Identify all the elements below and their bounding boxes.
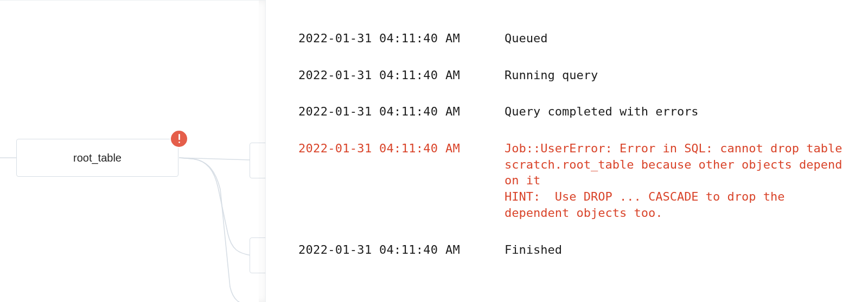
log-row: 2022-01-31 04:11:40 AMQuery completed wi… <box>298 104 846 120</box>
log-timestamp: 2022-01-31 04:11:40 AM <box>298 104 467 120</box>
graph-canvas[interactable]: root_table <box>0 0 266 302</box>
log-panel: 2022-01-31 04:11:40 AMQueued2022-01-31 0… <box>266 0 868 302</box>
node-label: root_table <box>73 152 122 164</box>
node-root-table[interactable]: root_table <box>16 139 178 177</box>
log-timestamp: 2022-01-31 04:11:40 AM <box>298 242 467 258</box>
log-timestamp: 2022-01-31 04:11:40 AM <box>298 67 467 83</box>
log-row: 2022-01-31 04:11:40 AMQueued <box>298 30 846 47</box>
svg-rect-0 <box>178 134 180 140</box>
log-row: 2022-01-31 04:11:40 AMRunning query <box>298 67 846 83</box>
log-message: Queued <box>505 30 846 47</box>
alert-badge[interactable] <box>171 131 187 147</box>
log-message: Running query <box>505 67 846 83</box>
log-message: Job::UserError: Error in SQL: cannot dro… <box>505 140 846 221</box>
node-downstream-2[interactable] <box>250 237 266 273</box>
log-row: 2022-01-31 04:11:40 AMFinished <box>298 242 846 258</box>
log-timestamp: 2022-01-31 04:11:40 AM <box>298 140 467 221</box>
log-timestamp: 2022-01-31 04:11:40 AM <box>298 30 467 47</box>
app-root: root_table 2022-01-31 04:11:40 AMQueued2… <box>0 0 868 302</box>
svg-rect-1 <box>178 142 180 143</box>
log-message: Finished <box>505 242 846 258</box>
log-row: 2022-01-31 04:11:40 AMJob::UserError: Er… <box>298 140 846 221</box>
log-message: Query completed with errors <box>505 104 846 120</box>
exclaim-icon <box>178 134 181 144</box>
node-downstream-1[interactable] <box>250 143 266 178</box>
